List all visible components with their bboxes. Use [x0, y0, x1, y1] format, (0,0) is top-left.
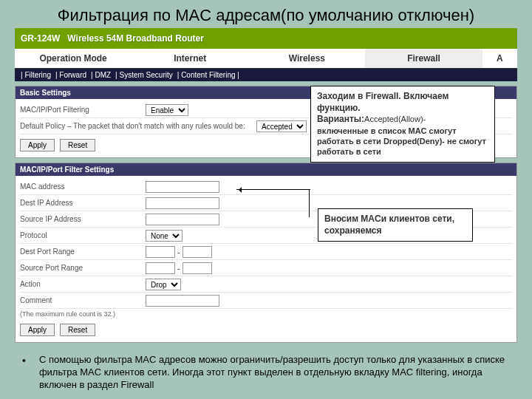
input-source-ip[interactable] [146, 214, 219, 225]
input-dest-port-to[interactable] [183, 246, 212, 258]
main-tabs: Operation Mode Internet Wireless Firewal… [15, 49, 517, 69]
footer-bullet: • С помощью фильтра MAC адресов можно ог… [22, 354, 517, 392]
select-default-policy[interactable]: Accepted [256, 120, 307, 132]
arrow-vertical [309, 189, 310, 217]
input-source-port-to[interactable] [183, 262, 212, 274]
subtab-filtering[interactable]: | Filtering [21, 71, 51, 79]
subtab-system-security[interactable]: | System Security [115, 71, 173, 79]
select-protocol[interactable]: None [146, 230, 183, 242]
tab-firewall[interactable]: Firewall [365, 49, 482, 68]
callout-firewall-info: Заходим в Firewall. Включаем функцию. Ва… [310, 86, 495, 163]
max-rule-note: (The maximum rule count is 32.) [20, 309, 512, 319]
router-model: GR-124W [21, 33, 60, 44]
label-mac-address: MAC address [20, 183, 146, 191]
input-dest-port-from[interactable] [146, 246, 175, 258]
router-tagline: Wireless 54M Broadband Router [67, 33, 204, 44]
router-header: GR-124W Wireless 54M Broadband Router [15, 28, 517, 49]
apply-button[interactable]: Apply [20, 139, 55, 151]
arrow-to-mac-input [236, 189, 310, 190]
subtab-content-filtering[interactable]: | Content Filtering | [177, 71, 239, 79]
tab-wireless[interactable]: Wireless [248, 49, 365, 68]
label-protocol: Protocol [20, 231, 146, 239]
select-action[interactable]: Drop [146, 279, 181, 290]
input-comment[interactable] [146, 295, 219, 307]
slide-title: Фильтрация по MAC адресам(по умолчанию о… [0, 0, 532, 28]
subtab-dmz[interactable]: | DMZ [91, 71, 111, 79]
router-screenshot: GR-124W Wireless 54M Broadband Router Op… [15, 28, 517, 343]
input-mac-address[interactable] [146, 181, 219, 193]
label-dest-port: Dest Port Range [20, 248, 146, 256]
input-dest-ip[interactable] [146, 197, 219, 209]
subtab-forward[interactable]: | Forward [55, 71, 86, 79]
label-action: Action [20, 280, 146, 288]
input-source-port-from[interactable] [146, 262, 175, 274]
label-dest-ip: Dest IP Address [20, 199, 146, 207]
reset-button-filter[interactable]: Reset [60, 324, 95, 336]
label-source-port: Source Port Range [20, 264, 146, 272]
label-default-policy: Default Policy – The packet that don't m… [20, 122, 256, 130]
filter-settings-heading: MAC/IP/Port Filter Settings [16, 163, 516, 176]
tab-operation-mode[interactable]: Operation Mode [15, 49, 132, 68]
footer-text: С помощью фильтра MAC адресов можно огра… [39, 354, 517, 392]
bullet-icon: • [22, 354, 26, 392]
filter-buttons: Apply Reset [20, 319, 512, 339]
label-comment: Comment [20, 296, 146, 304]
sub-tabs: | Filtering | Forward | DMZ | System Sec… [15, 69, 517, 81]
label-source-ip: Source IP Address [20, 215, 146, 223]
tab-admin[interactable]: A [482, 49, 517, 68]
callout-mac-entry: Вносим MACи клиентов сети, сохраняемся [318, 208, 473, 242]
label-mac-filtering: MAC/IP/Port Filtering [20, 106, 146, 114]
select-mac-filtering[interactable]: Enable [146, 104, 188, 116]
apply-button-filter[interactable]: Apply [20, 324, 55, 336]
reset-button[interactable]: Reset [60, 139, 95, 151]
tab-internet[interactable]: Internet [132, 49, 248, 68]
